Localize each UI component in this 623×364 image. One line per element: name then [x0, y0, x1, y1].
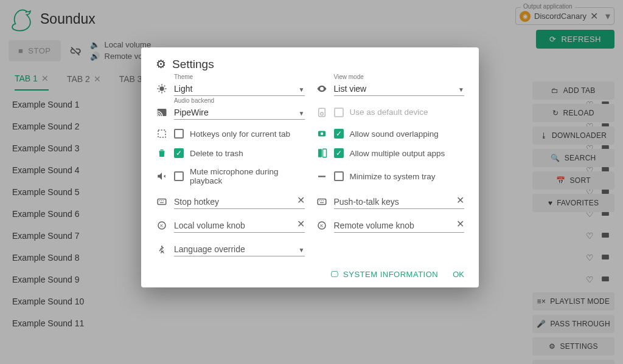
keyboard-icon: [156, 196, 168, 207]
audio-backend-select[interactable]: Audio backend PipeWire ▼: [174, 105, 305, 120]
svg-rect-20: [322, 149, 326, 157]
selection-icon: [156, 128, 168, 139]
local-knob-input[interactable]: Local volume knob✕: [174, 218, 305, 233]
svg-point-13: [321, 88, 322, 89]
ptt-keys-input[interactable]: Push-to-talk keys✕: [334, 194, 465, 209]
svg-text:K: K: [160, 223, 163, 228]
svg-rect-19: [318, 149, 322, 157]
chevron-down-icon: ▼: [299, 86, 305, 93]
cast-icon: [156, 107, 168, 118]
chevron-down-icon: ▼: [299, 110, 305, 117]
delete-trash-checkbox[interactable]: ✓: [174, 148, 184, 158]
clear-icon[interactable]: ✕: [297, 194, 305, 206]
svg-rect-23: [318, 199, 326, 204]
overlap-checkbox[interactable]: ✓: [334, 129, 344, 139]
ok-button[interactable]: OK: [453, 270, 464, 279]
mute-icon: [156, 171, 168, 182]
knob-icon: K: [156, 220, 168, 231]
svg-rect-22: [158, 199, 166, 204]
theme-icon: [156, 83, 168, 94]
surround-icon: [316, 128, 328, 139]
svg-point-12: [159, 86, 164, 91]
system-information-button[interactable]: 🖵 SYSTEM INFORMATION: [330, 270, 439, 279]
viewmode-select[interactable]: View mode List view ▼: [334, 81, 465, 96]
remote-knob-input[interactable]: Remote volume knob✕: [334, 218, 465, 233]
translate-icon: [156, 244, 168, 255]
clear-icon[interactable]: ✕: [456, 218, 464, 230]
gear-icon: ⚙: [156, 57, 166, 71]
clear-icon[interactable]: ✕: [297, 218, 305, 230]
default-device-checkbox: [334, 108, 344, 117]
svg-point-15: [320, 112, 323, 115]
eye-icon: [316, 83, 328, 94]
svg-point-18: [320, 132, 323, 136]
svg-rect-21: [318, 176, 325, 177]
svg-text:K: K: [320, 223, 323, 228]
knob-icon: K: [316, 220, 328, 231]
min-tray-checkbox[interactable]: [334, 171, 344, 181]
minimize-icon: [316, 171, 328, 182]
settings-modal: ⚙ Settings Theme Light ▼ View mode List …: [141, 47, 479, 287]
language-override-select[interactable]: Language override ▼: [174, 241, 305, 256]
mute-mic-checkbox[interactable]: [174, 171, 184, 181]
speakers-icon: [316, 148, 328, 159]
keyboard-icon: [316, 196, 328, 207]
multi-output-checkbox[interactable]: ✓: [334, 148, 344, 158]
trash-icon: [156, 148, 168, 159]
modal-title: ⚙ Settings: [156, 57, 464, 71]
chevron-down-icon: ▼: [458, 86, 464, 93]
hotkeys-tab-checkbox[interactable]: [174, 129, 184, 139]
theme-select[interactable]: Theme Light ▼: [174, 81, 305, 96]
clear-icon[interactable]: ✕: [456, 194, 464, 206]
monitor-icon: 🖵: [330, 270, 339, 279]
speaker-disabled-icon: [316, 107, 328, 118]
chevron-down-icon: ▼: [299, 247, 305, 253]
svg-rect-16: [158, 130, 165, 137]
stop-hotkey-input[interactable]: Stop hotkey✕: [174, 194, 305, 209]
